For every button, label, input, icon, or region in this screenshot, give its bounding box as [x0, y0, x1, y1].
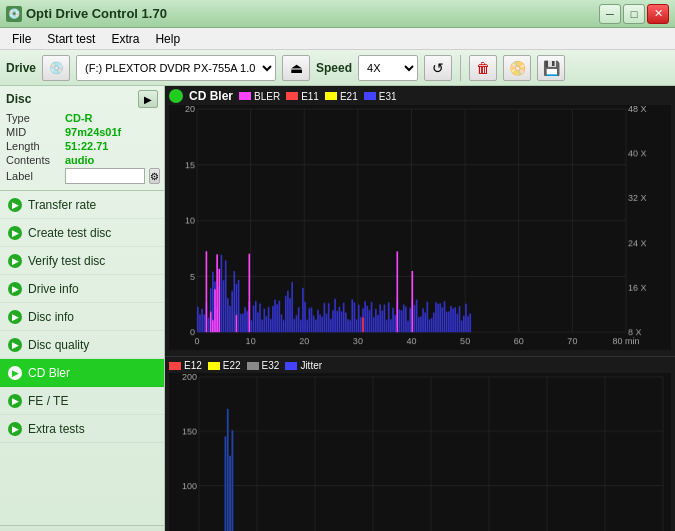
sidebar-item-extra-tests[interactable]: ▶ Extra tests	[0, 415, 164, 443]
chart2-canvas	[169, 373, 671, 531]
disc-mid-label: MID	[6, 126, 61, 138]
disc-quality-icon: ▶	[8, 338, 22, 352]
minimize-button[interactable]: ─	[599, 4, 621, 24]
app-icon: 💿	[6, 6, 22, 22]
transfer-rate-icon: ▶	[8, 198, 22, 212]
eject-button[interactable]: ⏏	[282, 55, 310, 81]
chart1-section: CD Bler BLER E11 E21 E31	[165, 86, 675, 356]
legend-e21-label: E21	[340, 91, 358, 102]
content-area: CD Bler BLER E11 E21 E31	[165, 86, 675, 531]
sidebar-item-fe-te[interactable]: ▶ FE / TE	[0, 387, 164, 415]
legend-e11: E11	[286, 91, 319, 102]
sidebar-item-disc-info[interactable]: ▶ Disc info	[0, 303, 164, 331]
disc-length-row: Length 51:22.71	[6, 140, 158, 152]
disc-header: Disc ▶	[6, 90, 158, 108]
fe-te-label: FE / TE	[28, 394, 68, 408]
disc-label-input[interactable]	[65, 168, 145, 184]
maximize-button[interactable]: □	[623, 4, 645, 24]
speed-select[interactable]: 4X 1X 2X 8X 16X MAX	[358, 55, 418, 81]
burn-button[interactable]: 📀	[503, 55, 531, 81]
menu-help[interactable]: Help	[147, 30, 188, 48]
menu-extra[interactable]: Extra	[103, 30, 147, 48]
legend-e32-color	[247, 362, 259, 370]
menubar: File Start test Extra Help	[0, 28, 675, 50]
fe-te-icon: ▶	[8, 394, 22, 408]
sidebar-item-verify-test-disc[interactable]: ▶ Verify test disc	[0, 247, 164, 275]
label-gear-button[interactable]: ⚙	[149, 168, 160, 184]
chart1-header: CD Bler BLER E11 E21 E31	[169, 89, 671, 103]
save-button[interactable]: 💾	[537, 55, 565, 81]
legend-e31: E31	[364, 91, 397, 102]
close-button[interactable]: ✕	[647, 4, 669, 24]
legend-e11-color	[286, 92, 298, 100]
extra-tests-icon: ▶	[8, 422, 22, 436]
toolbar: Drive 💿 (F:) PLEXTOR DVDR PX-755A 1.08 ⏏…	[0, 50, 675, 86]
toolbar-separator	[460, 55, 461, 81]
disc-mid-value: 97m24s01f	[65, 126, 121, 138]
chart1-icon	[169, 89, 183, 103]
sidebar-item-create-test-disc[interactable]: ▶ Create test disc	[0, 219, 164, 247]
legend-e11-label: E11	[301, 91, 319, 102]
nav-items: ▶ Transfer rate ▶ Create test disc ▶ Ver…	[0, 191, 164, 525]
disc-mid-row: MID 97m24s01f	[6, 126, 158, 138]
drive-select[interactable]: (F:) PLEXTOR DVDR PX-755A 1.08	[76, 55, 276, 81]
titlebar-left: 💿 Opti Drive Control 1.70	[6, 6, 167, 22]
legend-e21-color	[325, 92, 337, 100]
legend-bler-color	[239, 92, 251, 100]
sidebar-item-cd-bler[interactable]: ▶ CD Bler	[0, 359, 164, 387]
legend-e32: E32	[247, 360, 280, 371]
app-title: Opti Drive Control 1.70	[26, 6, 167, 21]
sidebar: Disc ▶ Type CD-R MID 97m24s01f Length 51…	[0, 86, 165, 531]
create-test-disc-label: Create test disc	[28, 226, 111, 240]
cd-bler-icon: ▶	[8, 366, 22, 380]
main-area: Disc ▶ Type CD-R MID 97m24s01f Length 51…	[0, 86, 675, 531]
legend-jitter: Jitter	[285, 360, 322, 371]
drive-info-icon: ▶	[8, 282, 22, 296]
legend-e12-color	[169, 362, 181, 370]
titlebar-controls: ─ □ ✕	[599, 4, 669, 24]
disc-type-value: CD-R	[65, 112, 93, 124]
verify-test-disc-label: Verify test disc	[28, 254, 105, 268]
disc-contents-value: audio	[65, 154, 94, 166]
chart2-header: E12 E22 E32 Jitter	[169, 360, 671, 371]
cd-bler-label: CD Bler	[28, 366, 70, 380]
legend-e12-label: E12	[184, 360, 202, 371]
chart1-canvas	[169, 105, 671, 350]
disc-info-label: Disc info	[28, 310, 74, 324]
extra-tests-label: Extra tests	[28, 422, 85, 436]
disc-refresh-button[interactable]: ▶	[138, 90, 158, 108]
disc-panel: Disc ▶ Type CD-R MID 97m24s01f Length 51…	[0, 86, 164, 191]
sidebar-item-transfer-rate[interactable]: ▶ Transfer rate	[0, 191, 164, 219]
legend-jitter-label: Jitter	[300, 360, 322, 371]
legend-e22: E22	[208, 360, 241, 371]
legend-e31-label: E31	[379, 91, 397, 102]
speed-label: Speed	[316, 61, 352, 75]
legend-e32-label: E32	[262, 360, 280, 371]
status-window-button[interactable]: Status window >>	[0, 525, 164, 531]
legend-bler: BLER	[239, 91, 280, 102]
erase-button[interactable]: 🗑	[469, 55, 497, 81]
menu-start-test[interactable]: Start test	[39, 30, 103, 48]
transfer-rate-label: Transfer rate	[28, 198, 96, 212]
sidebar-item-drive-info[interactable]: ▶ Drive info	[0, 275, 164, 303]
disc-length-value: 51:22.71	[65, 140, 108, 152]
legend-e22-label: E22	[223, 360, 241, 371]
titlebar: 💿 Opti Drive Control 1.70 ─ □ ✕	[0, 0, 675, 28]
legend-bler-label: BLER	[254, 91, 280, 102]
disc-label-row: Label ⚙	[6, 168, 158, 184]
disc-length-label: Length	[6, 140, 61, 152]
drive-icon-btn[interactable]: 💿	[42, 55, 70, 81]
disc-label-label: Label	[6, 170, 61, 182]
refresh-button[interactable]: ↺	[424, 55, 452, 81]
disc-type-label: Type	[6, 112, 61, 124]
drive-info-label: Drive info	[28, 282, 79, 296]
disc-info-icon: ▶	[8, 310, 22, 324]
legend-e22-color	[208, 362, 220, 370]
disc-contents-row: Contents audio	[6, 154, 158, 166]
chart1-title: CD Bler	[189, 89, 233, 103]
legend-jitter-color	[285, 362, 297, 370]
sidebar-item-disc-quality[interactable]: ▶ Disc quality	[0, 331, 164, 359]
legend-e12: E12	[169, 360, 202, 371]
menu-file[interactable]: File	[4, 30, 39, 48]
disc-quality-label: Disc quality	[28, 338, 89, 352]
